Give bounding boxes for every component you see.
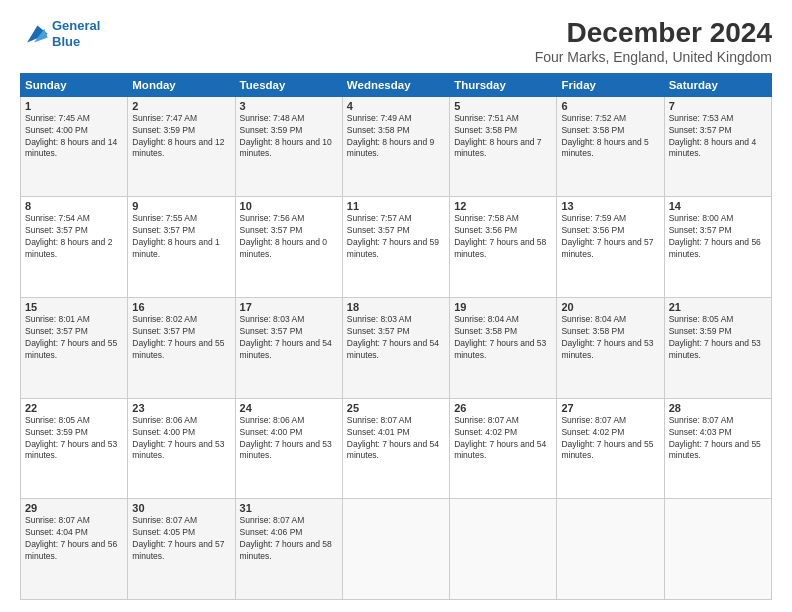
calendar-cell: 3Sunrise: 7:48 AMSunset: 3:59 PMDaylight…	[235, 96, 342, 197]
calendar-cell: 5Sunrise: 7:51 AMSunset: 3:58 PMDaylight…	[450, 96, 557, 197]
day-number: 23	[132, 402, 230, 414]
cell-text: Sunrise: 8:04 AMSunset: 3:58 PMDaylight:…	[454, 314, 552, 362]
day-number: 29	[25, 502, 123, 514]
day-number: 17	[240, 301, 338, 313]
col-wednesday: Wednesday	[342, 73, 449, 96]
day-number: 18	[347, 301, 445, 313]
calendar-cell: 4Sunrise: 7:49 AMSunset: 3:58 PMDaylight…	[342, 96, 449, 197]
calendar-table: Sunday Monday Tuesday Wednesday Thursday…	[20, 73, 772, 600]
col-sunday: Sunday	[21, 73, 128, 96]
calendar-cell: 17Sunrise: 8:03 AMSunset: 3:57 PMDayligh…	[235, 298, 342, 399]
cell-text: Sunrise: 7:57 AMSunset: 3:57 PMDaylight:…	[347, 213, 445, 261]
day-number: 20	[561, 301, 659, 313]
day-number: 6	[561, 100, 659, 112]
cell-text: Sunrise: 7:54 AMSunset: 3:57 PMDaylight:…	[25, 213, 123, 261]
cell-text: Sunrise: 7:48 AMSunset: 3:59 PMDaylight:…	[240, 113, 338, 161]
calendar-week-3: 22Sunrise: 8:05 AMSunset: 3:59 PMDayligh…	[21, 398, 772, 499]
calendar-body: 1Sunrise: 7:45 AMSunset: 4:00 PMDaylight…	[21, 96, 772, 599]
cell-text: Sunrise: 8:03 AMSunset: 3:57 PMDaylight:…	[347, 314, 445, 362]
calendar-cell: 28Sunrise: 8:07 AMSunset: 4:03 PMDayligh…	[664, 398, 771, 499]
day-number: 28	[669, 402, 767, 414]
calendar-cell	[450, 499, 557, 600]
cell-text: Sunrise: 8:05 AMSunset: 3:59 PMDaylight:…	[669, 314, 767, 362]
day-number: 4	[347, 100, 445, 112]
calendar-week-0: 1Sunrise: 7:45 AMSunset: 4:00 PMDaylight…	[21, 96, 772, 197]
cell-text: Sunrise: 8:00 AMSunset: 3:57 PMDaylight:…	[669, 213, 767, 261]
calendar-cell: 14Sunrise: 8:00 AMSunset: 3:57 PMDayligh…	[664, 197, 771, 298]
day-number: 5	[454, 100, 552, 112]
day-number: 26	[454, 402, 552, 414]
day-number: 2	[132, 100, 230, 112]
cell-text: Sunrise: 7:58 AMSunset: 3:56 PMDaylight:…	[454, 213, 552, 261]
logo: General Blue	[20, 18, 100, 49]
day-number: 22	[25, 402, 123, 414]
day-number: 21	[669, 301, 767, 313]
calendar-cell	[557, 499, 664, 600]
col-tuesday: Tuesday	[235, 73, 342, 96]
cell-text: Sunrise: 7:51 AMSunset: 3:58 PMDaylight:…	[454, 113, 552, 161]
cell-text: Sunrise: 7:53 AMSunset: 3:57 PMDaylight:…	[669, 113, 767, 161]
day-number: 14	[669, 200, 767, 212]
day-number: 25	[347, 402, 445, 414]
header-row: Sunday Monday Tuesday Wednesday Thursday…	[21, 73, 772, 96]
cell-text: Sunrise: 8:02 AMSunset: 3:57 PMDaylight:…	[132, 314, 230, 362]
cell-text: Sunrise: 7:47 AMSunset: 3:59 PMDaylight:…	[132, 113, 230, 161]
day-number: 11	[347, 200, 445, 212]
calendar-cell: 15Sunrise: 8:01 AMSunset: 3:57 PMDayligh…	[21, 298, 128, 399]
cell-text: Sunrise: 8:06 AMSunset: 4:00 PMDaylight:…	[132, 415, 230, 463]
calendar-cell: 8Sunrise: 7:54 AMSunset: 3:57 PMDaylight…	[21, 197, 128, 298]
day-number: 8	[25, 200, 123, 212]
cell-text: Sunrise: 8:07 AMSunset: 4:05 PMDaylight:…	[132, 515, 230, 563]
calendar-cell: 7Sunrise: 7:53 AMSunset: 3:57 PMDaylight…	[664, 96, 771, 197]
cell-text: Sunrise: 8:06 AMSunset: 4:00 PMDaylight:…	[240, 415, 338, 463]
subtitle: Four Marks, England, United Kingdom	[535, 49, 772, 65]
cell-text: Sunrise: 7:59 AMSunset: 3:56 PMDaylight:…	[561, 213, 659, 261]
logo-line1: General	[52, 18, 100, 33]
day-number: 24	[240, 402, 338, 414]
page: General Blue December 2024 Four Marks, E…	[0, 0, 792, 612]
cell-text: Sunrise: 7:52 AMSunset: 3:58 PMDaylight:…	[561, 113, 659, 161]
calendar-cell: 23Sunrise: 8:06 AMSunset: 4:00 PMDayligh…	[128, 398, 235, 499]
cell-text: Sunrise: 7:55 AMSunset: 3:57 PMDaylight:…	[132, 213, 230, 261]
calendar-header: Sunday Monday Tuesday Wednesday Thursday…	[21, 73, 772, 96]
calendar-cell	[664, 499, 771, 600]
cell-text: Sunrise: 7:45 AMSunset: 4:00 PMDaylight:…	[25, 113, 123, 161]
day-number: 16	[132, 301, 230, 313]
calendar-cell: 24Sunrise: 8:06 AMSunset: 4:00 PMDayligh…	[235, 398, 342, 499]
day-number: 7	[669, 100, 767, 112]
cell-text: Sunrise: 7:56 AMSunset: 3:57 PMDaylight:…	[240, 213, 338, 261]
calendar-cell: 19Sunrise: 8:04 AMSunset: 3:58 PMDayligh…	[450, 298, 557, 399]
calendar-cell: 18Sunrise: 8:03 AMSunset: 3:57 PMDayligh…	[342, 298, 449, 399]
logo-icon	[20, 22, 48, 46]
col-thursday: Thursday	[450, 73, 557, 96]
day-number: 27	[561, 402, 659, 414]
calendar-week-2: 15Sunrise: 8:01 AMSunset: 3:57 PMDayligh…	[21, 298, 772, 399]
calendar-cell: 31Sunrise: 8:07 AMSunset: 4:06 PMDayligh…	[235, 499, 342, 600]
calendar-cell: 29Sunrise: 8:07 AMSunset: 4:04 PMDayligh…	[21, 499, 128, 600]
calendar-cell: 9Sunrise: 7:55 AMSunset: 3:57 PMDaylight…	[128, 197, 235, 298]
logo-text: General Blue	[52, 18, 100, 49]
calendar-cell: 1Sunrise: 7:45 AMSunset: 4:00 PMDaylight…	[21, 96, 128, 197]
cell-text: Sunrise: 8:04 AMSunset: 3:58 PMDaylight:…	[561, 314, 659, 362]
cell-text: Sunrise: 8:03 AMSunset: 3:57 PMDaylight:…	[240, 314, 338, 362]
cell-text: Sunrise: 8:07 AMSunset: 4:01 PMDaylight:…	[347, 415, 445, 463]
day-number: 1	[25, 100, 123, 112]
day-number: 31	[240, 502, 338, 514]
cell-text: Sunrise: 8:07 AMSunset: 4:02 PMDaylight:…	[454, 415, 552, 463]
col-monday: Monday	[128, 73, 235, 96]
calendar-week-1: 8Sunrise: 7:54 AMSunset: 3:57 PMDaylight…	[21, 197, 772, 298]
calendar-cell	[342, 499, 449, 600]
day-number: 19	[454, 301, 552, 313]
calendar-cell: 13Sunrise: 7:59 AMSunset: 3:56 PMDayligh…	[557, 197, 664, 298]
header: General Blue December 2024 Four Marks, E…	[20, 18, 772, 65]
day-number: 10	[240, 200, 338, 212]
cell-text: Sunrise: 8:01 AMSunset: 3:57 PMDaylight:…	[25, 314, 123, 362]
calendar-cell: 2Sunrise: 7:47 AMSunset: 3:59 PMDaylight…	[128, 96, 235, 197]
calendar-cell: 11Sunrise: 7:57 AMSunset: 3:57 PMDayligh…	[342, 197, 449, 298]
cell-text: Sunrise: 7:49 AMSunset: 3:58 PMDaylight:…	[347, 113, 445, 161]
day-number: 9	[132, 200, 230, 212]
calendar-cell: 21Sunrise: 8:05 AMSunset: 3:59 PMDayligh…	[664, 298, 771, 399]
day-number: 13	[561, 200, 659, 212]
cell-text: Sunrise: 8:07 AMSunset: 4:02 PMDaylight:…	[561, 415, 659, 463]
calendar-cell: 10Sunrise: 7:56 AMSunset: 3:57 PMDayligh…	[235, 197, 342, 298]
